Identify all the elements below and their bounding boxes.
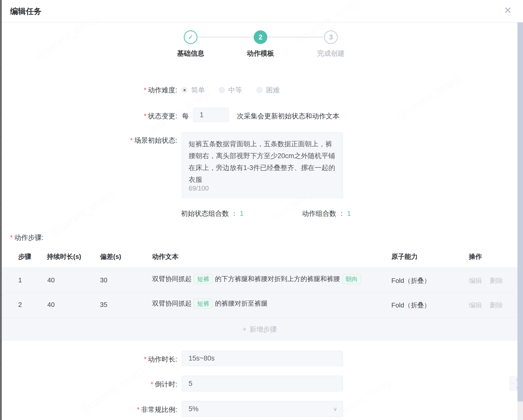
state-change-prefix: 每: [182, 112, 189, 121]
countdown-label: *倒计时:: [96, 380, 177, 389]
initial-state-label: *场景初始状态:: [96, 136, 177, 145]
radio-label: 中等: [228, 86, 242, 95]
step-3-label: 完成创建: [303, 49, 359, 58]
duration-input[interactable]: 15s~80s: [182, 351, 343, 366]
col-header-deviation: 偏差(s): [100, 252, 121, 261]
required-asterisk: *: [144, 112, 147, 120]
radio-hard[interactable]: 困难: [256, 86, 280, 95]
radio-label: 困难: [266, 86, 280, 95]
row1-action-text: 双臂协同抓起 短裤 的下方裤腿和裤腰对折到上方的裤腿和裤腰 朝向: [152, 274, 361, 284]
row1-edit-link[interactable]: 编辑: [469, 276, 482, 285]
row2-duration: 40: [47, 301, 55, 309]
required-asterisk: *: [151, 381, 153, 388]
step-1-label: 基础信息: [163, 49, 218, 58]
required-asterisk: *: [137, 406, 140, 413]
dialog-title: 编辑任务: [10, 6, 42, 17]
unusual-ratio-label: *非常规比例:: [96, 405, 177, 414]
radio-dot-selected[interactable]: [182, 87, 188, 93]
row2-ability: Fold（折叠）: [391, 301, 431, 310]
required-asterisk: *: [144, 86, 147, 94]
check-icon: ✓: [188, 33, 194, 41]
state-change-suffix: 次采集会更新初始状态和动作文本: [237, 112, 339, 121]
required-asterisk: *: [130, 137, 133, 144]
action-steps-label: *动作步骤:: [10, 233, 44, 242]
radio-dot[interactable]: [219, 87, 225, 93]
header-divider: [2, 22, 517, 23]
object-tag: 短裤: [194, 274, 213, 284]
action-combo-value: 1: [347, 210, 351, 217]
initial-combo-value: 1: [240, 210, 244, 217]
orientation-tag: 朝向: [342, 274, 361, 284]
row2-action-text: 双臂协同抓起 短裤 的裤腰对折至裤腿: [152, 299, 268, 308]
col-header-operation: 操作: [469, 252, 482, 261]
col-header-duration: 持续时长(s): [47, 252, 81, 261]
radio-dot[interactable]: [256, 87, 263, 93]
state-change-label: *状态变更:: [96, 112, 177, 121]
close-icon[interactable]: ✕: [504, 6, 512, 15]
step-1-circle: ✓: [184, 30, 197, 44]
col-header-text: 动作文本: [152, 252, 178, 261]
step-3-number: 3: [329, 33, 333, 41]
step-2-label: 动作模板: [233, 49, 288, 58]
row1-deviation: 30: [100, 276, 107, 284]
required-asterisk: *: [10, 234, 13, 241]
radio-label: 简单: [191, 86, 205, 95]
row1-step: 1: [18, 276, 22, 284]
background-page-edge: [0, 0, 2, 420]
add-step-button[interactable]: + 新增步骤: [2, 318, 517, 341]
edit-task-dialog: {{current_time}} {{current_time}} {{curr…: [0, 0, 523, 420]
initial-state-text: 短裤五条数据背面朝上，五条数据正面朝上，裤腰朝右，离头部视野下方至少20cm之外…: [189, 140, 335, 183]
stepper-connector: [268, 37, 324, 38]
row2-deviation: 35: [100, 301, 107, 309]
col-header-step: 步骤: [18, 252, 31, 261]
watermark-text: {{current_time}}: [395, 72, 463, 122]
plus-icon: +: [243, 325, 247, 333]
col-header-ability: 原子能力: [391, 252, 418, 261]
duration-label: *动作时长:: [96, 355, 177, 364]
step-3-circle: 3: [324, 30, 338, 44]
row1-duration: 40: [47, 276, 55, 284]
chevron-down-icon: ∨: [333, 406, 337, 412]
initial-combo-count: 初始状态组合数：1: [181, 209, 244, 218]
state-change-input[interactable]: 1: [193, 108, 229, 122]
watermark-text: {{current_time}}: [48, 188, 116, 239]
row2-step: 2: [18, 301, 22, 309]
object-tag: 短裤: [194, 299, 213, 308]
step-2-circle: 2: [254, 30, 267, 44]
initial-state-textarea[interactable]: 短裤五条数据背面朝上，五条数据正面朝上，裤腰朝右，离头部视野下方至少20cm之外…: [182, 132, 343, 198]
row2-delete-link[interactable]: 删除: [490, 301, 503, 310]
row1-ability: Fold（折叠）: [391, 276, 431, 285]
add-step-label: 新增步骤: [249, 325, 277, 334]
unusual-ratio-select[interactable]: 5% ∨: [182, 401, 343, 417]
radio-medium[interactable]: 中等: [219, 86, 242, 95]
difficulty-label: *动作难度:: [96, 86, 177, 95]
watermark-text: {{current_time}}: [33, 11, 101, 61]
required-asterisk: *: [144, 355, 147, 363]
char-counter: 69/100: [189, 182, 209, 194]
stepper-connector: [198, 37, 253, 38]
countdown-input[interactable]: 5 ∧ ∨: [182, 376, 343, 391]
radio-simple[interactable]: 简单: [182, 86, 205, 95]
step-2-number: 2: [258, 33, 262, 41]
row2-edit-link[interactable]: 编辑: [469, 301, 482, 310]
action-combo-count: 动作组合数：1: [302, 209, 351, 218]
row1-delete-link[interactable]: 删除: [490, 276, 503, 285]
scrollbar-thumb[interactable]: [517, 22, 523, 402]
